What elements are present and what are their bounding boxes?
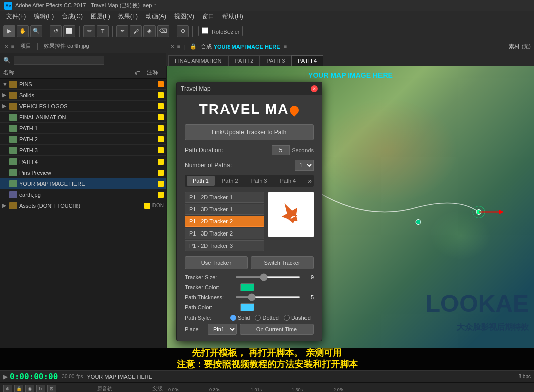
tracker-size-label: Tracker Size: [185,274,236,280]
list-item-pins-preview[interactable]: Pins Preview [0,167,166,178]
comp-panel-menu[interactable]: ≡ [177,44,180,49]
notification-line2: 注意：要按照视频教程的方法安装和打开脚本 [177,359,358,370]
separator-4 [173,26,173,37]
list-item-path4[interactable]: PATH 4 [0,156,166,167]
list-item-final-anim[interactable]: FINAL ANIMATION [0,112,166,123]
expand-arrow-solids[interactable]: ▶ [2,92,9,98]
menu-file[interactable]: 文件(F) [2,11,30,22]
tool-pen2[interactable]: ✒ [116,25,128,37]
path-tab-1[interactable]: Path 1 [187,176,215,186]
dialog-close-button[interactable]: ✕ [311,85,318,92]
list-item-solids[interactable]: ▶ Solids [0,90,166,101]
list-item-vehicles[interactable]: ▶ VEHICLES LOGOS [0,101,166,112]
comp-lock-icon[interactable]: 🔒 [190,43,197,50]
notification-bar: 先打开模板， 再打开脚本。 亲测可用 注意：要按照视频教程的方法安装和打开脚本 [0,348,534,370]
expand-arrow-pins[interactable]: ▼ [2,81,9,87]
list-item-pins[interactable]: ▼ PINS [0,79,166,90]
tracker-p1-3d-1[interactable]: P1 - 3D Tracker 1 [185,204,264,215]
tl-btn-2[interactable]: 🔒 [14,385,23,393]
expand-arrow-assets[interactable]: ▶ [2,202,9,209]
panel-menu-icon[interactable]: ≡ [11,44,14,49]
comp-tab-path4[interactable]: PATH 4 [291,55,323,66]
comp-tab-path2[interactable]: PATH 2 [228,55,260,66]
use-tracker-button[interactable]: Use Tracker [185,256,248,269]
separator-3 [112,26,113,37]
comp-tab-final-animation[interactable]: FINAL ANIMATION [168,55,228,66]
tm-logo: TRAVEL MA [185,101,314,117]
path-tab-3[interactable]: Path 3 [245,176,273,186]
path-tab-2[interactable]: Path 2 [216,176,244,186]
comp-panel-close[interactable]: ✕ [169,44,175,50]
path-tab-more[interactable]: » [308,177,312,185]
tracker-color-swatch[interactable] [240,283,254,291]
path-style-dashed[interactable]: Dashed [284,315,311,321]
timeline-play-icon[interactable]: ▶ [3,373,8,380]
tl-btn-3[interactable]: ◉ [25,385,34,393]
tool-zoom[interactable]: 🔍 [30,25,42,37]
project-tab[interactable]: 项目 [16,41,35,52]
folder-icon-pins [9,81,17,88]
comp-view[interactable]: LOOKAE 大众脸影视后期特效 YOUR MAP IMAGE HERE Tra… [166,66,534,348]
assets-label-extra: DON [152,203,164,208]
path-style-solid[interactable]: Solid [230,315,250,321]
watermark-sub: 大众脸影视后期特效 [456,322,529,333]
menu-animation[interactable]: 动画(A) [142,11,170,22]
tl-btn-4[interactable]: fx [36,385,45,393]
tool-brush[interactable]: 🖌 [130,25,142,37]
tool-stamp[interactable]: ◈ [143,25,156,37]
tool-camera[interactable]: ⬜ [63,25,75,37]
search-input[interactable] [14,56,104,65]
tracker-p1-2d-2[interactable]: P1 - 2D Tracker 2 [185,216,264,227]
list-item-your-map[interactable]: YOUR MAP IMAGE HERE [0,178,166,189]
rotobezier-checkbox[interactable] [202,27,208,34]
path-style-dotted[interactable]: Dotted [255,315,278,321]
app-title: Adobe After Effects CC 2017 - Travel Map… [15,2,156,9]
layer-name-path1: PATH 1 [19,125,156,131]
search-icon: 🔍 [3,57,11,64]
panel-close[interactable]: ✕ [3,44,9,50]
comp-panel-options[interactable]: ≡ [284,44,287,49]
path-tab-4[interactable]: Path 4 [274,176,302,186]
tool-select[interactable]: ▶ [3,25,15,37]
left-panel: ✕ ≡ 项目 效果控件 earth.jpg 🔍 名称 🏷 注释 ▼ PINS [0,40,166,348]
tracker-p1-2d-3[interactable]: P1 - 2D Tracker 3 [185,240,264,251]
tl-btn-1[interactable]: ⊕ [3,385,12,393]
list-item-earth[interactable]: earth.jpg [0,189,166,200]
list-item-path2[interactable]: PATH 2 [0,134,166,145]
tracker-size-slider[interactable] [236,276,300,278]
num-paths-select[interactable]: 1 2 3 4 [295,160,314,171]
list-item-path1[interactable]: PATH 1 [0,123,166,134]
list-item-path3[interactable]: PATH 3 [0,145,166,156]
menu-window[interactable]: 窗口 [198,11,218,22]
tool-pen[interactable]: ✏ [83,25,95,37]
menu-composition[interactable]: 合成(C) [58,11,87,22]
tool-text[interactable]: T [97,25,109,37]
tool-rotate[interactable]: ↺ [50,25,62,37]
place-select[interactable]: Pin1 Pin2 Pin3 [208,324,237,335]
layer-name-final-anim: FINAL ANIMATION [19,114,156,120]
menu-view[interactable]: 视图(V) [170,11,198,22]
menu-help[interactable]: 帮助(H) [218,11,247,22]
timeline-header: ▶ 0:00:00:00 30.00 fps YOUR MAP IMAGE HE… [0,371,534,383]
on-current-time-button[interactable]: On Current Time [240,324,314,335]
effects-controls-tab[interactable]: 效果控件 earth.jpg [40,41,93,52]
expand-arrow-vehicles[interactable]: ▶ [2,103,9,109]
menu-edit[interactable]: 编辑(E) [30,11,58,22]
list-item-assets[interactable]: ▶ Assets (DON'T TOUCH!) DON [0,200,166,211]
path-color-swatch[interactable] [240,303,254,311]
tracker-size-row: Tracker Size: 9 [185,274,314,280]
tl-btn-5[interactable]: ⊠ [47,385,56,393]
menu-effects[interactable]: 效果(T) [114,11,142,22]
tracker-p1-3d-2[interactable]: P1 - 3D Tracker 2 [185,228,264,239]
path-duration-input[interactable] [272,145,290,155]
tool-puppet[interactable]: ⊕ [177,25,189,37]
tool-hand[interactable]: ✋ [17,25,29,37]
tool-eraser[interactable]: ⌫ [157,25,169,37]
comp-tab-path3[interactable]: PATH 3 [260,55,291,66]
link-tracker-button[interactable]: Link/Update Tracker to Path [185,124,314,140]
path-thickness-slider[interactable] [236,296,300,298]
tracker-p1-2d-1[interactable]: P1 - 2D Tracker 1 [185,192,264,203]
menu-layer[interactable]: 图层(L) [87,11,114,22]
comp-icon-path4 [9,158,17,165]
switch-tracker-button[interactable]: Switch Tracker [251,256,314,269]
